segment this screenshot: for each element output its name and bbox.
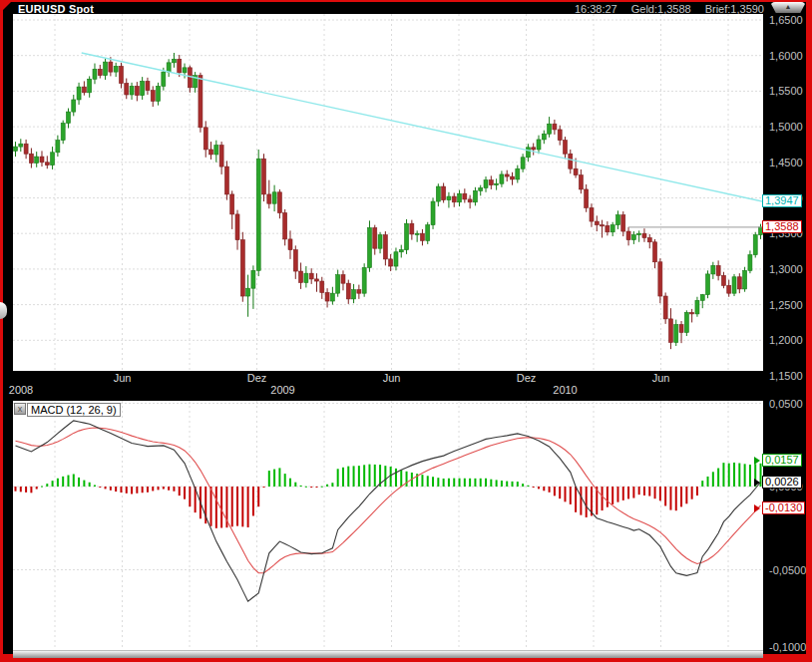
candle-body (114, 66, 118, 72)
macd-parameters-label[interactable]: MACD (12, 26, 9) (27, 403, 121, 417)
macd-histogram-bar (220, 487, 222, 527)
macd-histogram-bar (448, 479, 450, 487)
horizontal-scrollbar[interactable] (13, 650, 763, 658)
x-axis-month-label: Jun (383, 373, 401, 384)
x-axis-month-label: Jun (114, 373, 132, 384)
macd-histogram-bar (749, 465, 751, 487)
macd-histogram-bar (363, 465, 365, 487)
price-chart-plot[interactable] (13, 14, 763, 371)
macd-histogram-bar (353, 466, 355, 487)
macd-histogram-bar (559, 487, 561, 498)
candle-body (463, 193, 467, 199)
macd-histogram-bar (168, 487, 170, 491)
last-price-box: 1,3588 (762, 220, 802, 233)
candle-body (288, 239, 292, 250)
candle-body (341, 275, 345, 284)
candle-body (626, 231, 630, 240)
macd-histogram-bar (52, 481, 54, 487)
candle-body (330, 293, 334, 301)
macd-signal-line (16, 428, 761, 573)
candle-body (737, 277, 741, 289)
candle-body (579, 175, 583, 189)
macd-histogram-bar (722, 463, 724, 487)
macd-indicator-plot[interactable] (13, 401, 763, 650)
macd-histogram-bar (570, 487, 572, 504)
macd-histogram-bar (517, 482, 519, 487)
macd-histogram-bar (427, 476, 429, 487)
macd-histogram-bar (347, 467, 349, 487)
candle-body (505, 174, 509, 176)
macd-histogram-bar (607, 487, 609, 507)
candle-body (256, 159, 260, 270)
macd-histogram-bar (469, 479, 471, 487)
macd-histogram-bar (543, 487, 545, 491)
candle-body (647, 237, 651, 241)
macd-histogram-bar (374, 465, 376, 487)
macd-histogram-bar (152, 487, 154, 491)
price-tick-label: 1,2000 (769, 334, 803, 346)
candle-body (82, 87, 86, 93)
macd-histogram-bar (337, 469, 339, 487)
candle-body (532, 148, 536, 150)
macd-histogram-bar (485, 479, 487, 487)
candle-body (631, 235, 635, 240)
macd-histogram-bar (480, 479, 482, 487)
macd-histogram-bar (163, 487, 165, 490)
left-edge-handle[interactable] (0, 302, 7, 319)
macd-histogram-bar (701, 481, 703, 487)
macd-histogram-bar (120, 487, 122, 493)
candle-body (183, 68, 187, 73)
collapse-panel-button[interactable]: ▲ (770, 2, 806, 13)
macd-histogram-bar (432, 477, 434, 487)
candle-body (637, 233, 641, 234)
macd-value-box: 0,0157 (762, 454, 802, 467)
macd-histogram-bar (105, 487, 107, 489)
candle-body (383, 235, 387, 259)
macd-histogram-bar (549, 487, 551, 493)
macd-histogram-bar (496, 480, 498, 487)
macd-histogram-bar (252, 487, 254, 515)
candle-body (309, 273, 313, 279)
close-indicator-icon[interactable]: x (14, 403, 26, 415)
macd-histogram-bar (241, 487, 243, 526)
candle-body (141, 81, 145, 95)
chart-window-body: EURUSD Spot 16:38:27Geld:1,3588Brief:1,3… (3, 2, 806, 654)
candle-body (109, 62, 113, 72)
candle-body (653, 242, 657, 262)
candle-body (674, 325, 678, 343)
macd-histogram-bar (443, 479, 445, 487)
macd-histogram-bar (728, 464, 730, 487)
candle-body (610, 225, 614, 232)
macd-histogram-bar (173, 487, 175, 492)
candle-body (224, 166, 228, 194)
candle-body (246, 288, 250, 296)
candle-body (601, 225, 605, 226)
x-axis-year-label: 2008 (9, 385, 33, 396)
candle-body (711, 265, 715, 274)
macd-histogram-bar (73, 474, 75, 487)
candle-body (235, 214, 239, 240)
candle-body (484, 180, 488, 188)
candle-body (88, 79, 92, 93)
macd-histogram-bar (616, 487, 618, 502)
macd-histogram-bar (586, 487, 588, 517)
candle-body (663, 296, 667, 319)
macd-histogram-bar (99, 487, 101, 488)
macd-histogram-bar (300, 486, 302, 487)
macd-histogram-bar (41, 487, 43, 488)
candle-body (214, 146, 218, 155)
candle-body (542, 134, 546, 140)
price-tick-label: 1,5000 (769, 121, 803, 133)
candle-body (553, 124, 557, 130)
candle-body (277, 192, 281, 213)
macd-histogram-bar (602, 487, 604, 510)
macd-histogram-bar (15, 487, 17, 492)
macd-histogram-bar (189, 487, 191, 506)
macd-value-arrow-icon (754, 479, 760, 487)
candle-body (748, 255, 752, 271)
candle-body (569, 154, 573, 168)
macd-histogram-bar (67, 476, 69, 487)
candle-body (203, 128, 207, 150)
macd-histogram-bar (231, 487, 233, 526)
candle-body (352, 290, 356, 299)
